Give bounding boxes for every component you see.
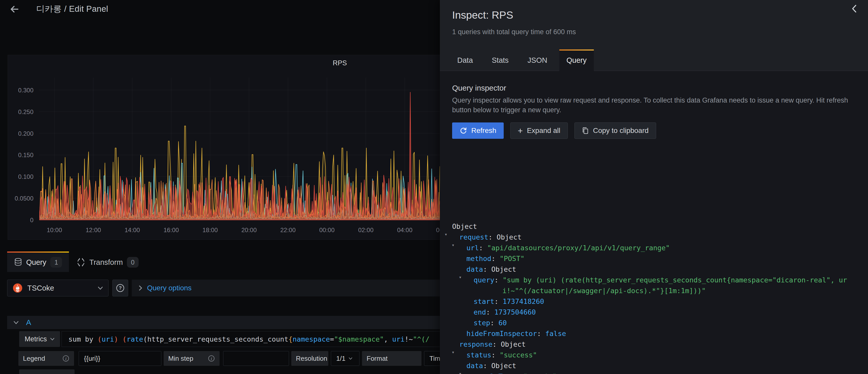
drawer-collapse-button[interactable]: [849, 3, 860, 14]
resolution-label-chip: Resolution: [291, 351, 328, 366]
promql-token: !~: [405, 335, 413, 343]
svg-text:14:00: 14:00: [125, 227, 140, 233]
query-options-toggle[interactable]: Query options: [132, 280, 461, 297]
svg-text:0.0500: 0.0500: [15, 195, 33, 202]
refresh-icon: [460, 127, 467, 134]
tab-query[interactable]: Query 1: [7, 251, 69, 272]
promql-query-input[interactable]: sum by (uri) (rate(http_server_requests_…: [62, 331, 460, 347]
top-bar: 디카롱 / Edit Panel: [0, 0, 440, 18]
svg-text:0.100: 0.100: [18, 173, 33, 180]
json-tree-line: url: "api/datasources/proxy/1/api/v1/que…: [452, 243, 847, 253]
page-title: 디카롱 / Edit Panel: [36, 0, 108, 18]
json-tree-line: ▾Object: [452, 221, 847, 232]
partial-control-bottom[interactable]: [19, 369, 74, 374]
promql-token: ,: [384, 335, 393, 343]
datasource-value: TSCoke: [27, 284, 97, 292]
promql-token: namespace: [292, 335, 330, 343]
svg-text:0.300: 0.300: [18, 87, 33, 94]
query-ref-id: A: [26, 318, 31, 327]
json-response-tree: ▾Object▾request: Objecturl: "api/datasou…: [452, 221, 847, 374]
resolution-value: 1/1: [336, 354, 345, 363]
promql-token: rate: [127, 335, 143, 343]
svg-text:18:00: 18:00: [203, 227, 218, 233]
tab-query-label: Query: [26, 258, 46, 267]
svg-text:0.150: 0.150: [18, 151, 33, 159]
json-tree-line: query: "sum by (uri) (rate(http_server_r…: [452, 275, 847, 285]
min-step-label: Min step: [168, 354, 193, 363]
transform-count-badge: 0: [127, 257, 138, 268]
svg-text:00:00: 00:00: [319, 227, 335, 233]
promql-token: "$namespace": [334, 335, 384, 343]
tab-transform-label: Transform: [89, 258, 123, 267]
svg-text:0.200: 0.200: [18, 130, 33, 137]
json-tree-line: ▾data: Object: [452, 264, 847, 275]
json-tree-line: i!~"^(/actuator|/swagger|/api-docs).*"}[…: [452, 285, 847, 296]
promql-token: uri: [102, 335, 114, 343]
promql-token: ): [114, 335, 118, 343]
svg-text:0.250: 0.250: [18, 108, 33, 115]
promql-token: {: [288, 335, 292, 343]
back-button[interactable]: [9, 4, 20, 14]
resolution-label: Resolution: [296, 354, 327, 363]
datasource-picker[interactable]: TSCoke: [7, 280, 108, 297]
database-icon: [14, 258, 22, 267]
inspect-drawer-body: Query inspector Query inspector allows y…: [440, 71, 868, 374]
svg-text:i: i: [65, 356, 67, 361]
svg-text:12:00: 12:00: [86, 227, 101, 233]
min-step-input[interactable]: [223, 351, 289, 366]
inspect-tab-data[interactable]: Data: [450, 49, 480, 71]
svg-text:i: i: [211, 356, 212, 361]
tab-transform[interactable]: Transform 0: [76, 251, 138, 272]
promql-token: "^(/: [413, 335, 429, 343]
json-tree-line: end: 1737504660: [452, 307, 847, 318]
svg-text:20:00: 20:00: [241, 227, 256, 233]
json-tree-line: hideFromInspector: false: [452, 328, 847, 339]
inspect-drawer: Inspect: RPS 1 queries with total query …: [440, 0, 868, 374]
inspect-tab-stats[interactable]: Stats: [485, 49, 516, 71]
query-count-badge: 1: [50, 257, 62, 268]
copy-to-clipboard-button[interactable]: Copy to clipboard: [575, 123, 656, 139]
query-options-label: Query options: [147, 284, 191, 292]
svg-text:22:00: 22:00: [280, 227, 296, 233]
promql-token: uri: [392, 335, 405, 343]
inspect-tab-json[interactable]: JSON: [520, 49, 554, 71]
chevron-down-icon: [97, 286, 103, 290]
chevron-left-icon: [849, 3, 860, 14]
min-step-label-chip: Min step i: [164, 351, 220, 366]
resolution-select[interactable]: 1/1: [331, 351, 360, 366]
copy-to-clipboard-button-label: Copy to clipboard: [593, 127, 649, 135]
metrics-dropdown[interactable]: Metrics: [19, 331, 60, 347]
datasource-help-button[interactable]: ?: [112, 280, 128, 297]
promql-token: [118, 335, 122, 343]
promql-token: (: [97, 335, 102, 343]
plus-icon: +: [518, 126, 523, 135]
promql-token: sum by: [68, 335, 97, 343]
chevron-down-icon: [348, 357, 352, 360]
svg-text:02:00: 02:00: [358, 227, 373, 233]
promql-token: (: [143, 335, 147, 343]
collapse-caret-icon[interactable]: ▾: [444, 229, 447, 240]
svg-text:?: ?: [119, 285, 122, 291]
svg-text:04:00: 04:00: [397, 227, 412, 233]
query-row-header[interactable]: A: [7, 316, 462, 329]
svg-text:16:00: 16:00: [163, 227, 179, 233]
info-icon: i: [208, 355, 215, 362]
refresh-button[interactable]: Refresh: [452, 123, 504, 139]
format-label-chip: Format: [362, 351, 422, 366]
json-tree-line: step: 60: [452, 318, 847, 328]
inspect-tab-query-label: Query: [566, 56, 587, 65]
inspect-tab-json-label: JSON: [527, 56, 547, 65]
inspect-tab-query[interactable]: Query: [559, 49, 594, 71]
inspect-drawer-header: Inspect: RPS 1 queries with total query …: [440, 0, 868, 71]
chevron-down-icon: [13, 321, 19, 324]
prometheus-icon: [12, 283, 23, 293]
json-tree-line: ▾response: Object: [452, 339, 847, 350]
legend-label: Legend: [23, 354, 45, 363]
legend-input[interactable]: {{uri}}: [79, 351, 161, 366]
inspect-tabs: Data Stats JSON Query: [450, 49, 599, 71]
legend-value: {{uri}}: [84, 354, 100, 363]
json-tree-line: ▾request: Object: [452, 232, 847, 243]
promql-token: =: [330, 335, 334, 343]
transform-icon: [76, 258, 85, 267]
expand-all-button[interactable]: + Expand all: [510, 123, 568, 139]
